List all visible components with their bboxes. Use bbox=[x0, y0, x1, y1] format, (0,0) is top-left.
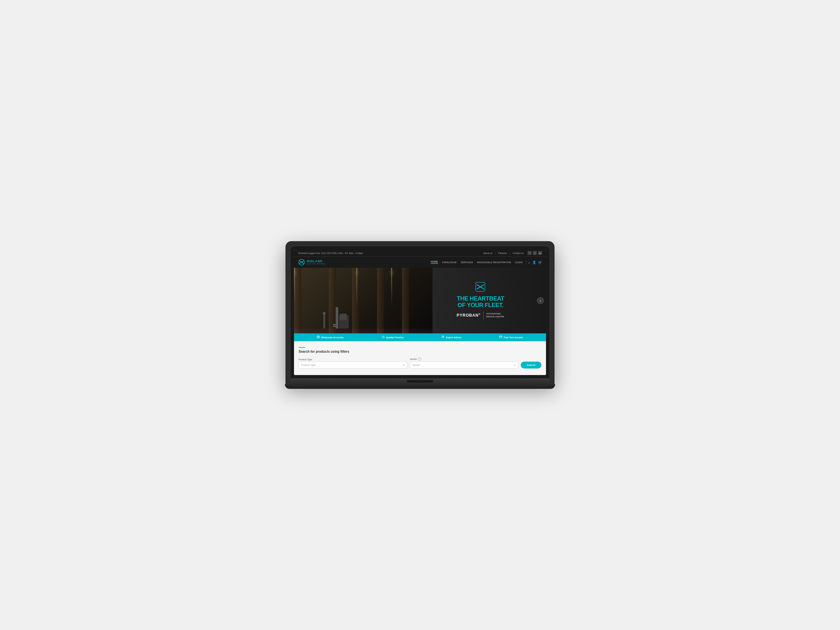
search-section: Search for products using filters Produc… bbox=[294, 341, 546, 375]
advice-icon bbox=[441, 335, 445, 339]
youtube-icon[interactable]: ▶ bbox=[538, 251, 542, 255]
hero-tagline: THE HEARTBEAT OF YOUR FLEET. bbox=[428, 296, 534, 309]
hero-next-arrow[interactable]: › bbox=[537, 297, 544, 304]
feature-quality-label: Quality Promise. bbox=[386, 336, 404, 339]
nav-wholesale[interactable]: WHOLESALE REGISTRATION bbox=[477, 261, 511, 264]
feature-turnaround: Fast Turn Around. bbox=[499, 335, 523, 339]
warehouse-bg bbox=[294, 268, 433, 333]
pyroban-logo: PYROBAN® bbox=[457, 313, 481, 317]
instagram-icon[interactable]: ◻ bbox=[533, 251, 537, 255]
search-button[interactable]: Search bbox=[521, 362, 542, 368]
feature-wholesale: Wholesale Accounts. bbox=[317, 335, 344, 339]
svg-point-2 bbox=[317, 336, 320, 338]
cart-icon[interactable]: 🛒 bbox=[538, 261, 542, 264]
turnaround-icon bbox=[499, 335, 502, 339]
search-section-title: Search for products using filters bbox=[298, 350, 542, 354]
svg-rect-6 bbox=[499, 336, 502, 338]
hero-section: THE HEARTBEAT OF YOUR FLEET. PYROBAN® AU… bbox=[294, 268, 546, 333]
laptop-notch bbox=[407, 380, 433, 382]
vendor-label-row: Vendor ? bbox=[410, 357, 518, 361]
laptop-hinge bbox=[291, 378, 549, 384]
logo-icon bbox=[298, 259, 305, 266]
wholesale-icon bbox=[317, 335, 320, 339]
feature-turnaround-label: Fast Turn Around. bbox=[504, 336, 523, 339]
laptop-base bbox=[285, 384, 555, 389]
account-icon[interactable]: 👤 bbox=[532, 261, 536, 264]
product-type-group: Product Type Product Type bbox=[298, 358, 407, 368]
quality-icon bbox=[382, 335, 385, 339]
feature-quality: Quality Promise. bbox=[382, 335, 404, 339]
section-accent bbox=[298, 347, 305, 348]
hero-brand-icon bbox=[428, 282, 534, 294]
product-type-select[interactable]: Product Type bbox=[298, 362, 407, 368]
feature-advice: Expert Advice. bbox=[441, 335, 462, 339]
laptop-body: Technical support line: 0121 525 5200 | … bbox=[286, 241, 554, 384]
logo[interactable]: MIDLAND ELECTRIC MOTORS bbox=[298, 259, 325, 266]
feature-bar: Wholesale Accounts. Quality Promise. Exp… bbox=[294, 333, 546, 341]
about-link[interactable]: About us bbox=[483, 252, 493, 254]
svg-point-3 bbox=[317, 336, 319, 338]
screen-bezel: Technical support line: 0121 525 5200 | … bbox=[291, 246, 549, 378]
logo-brand: MIDLAND bbox=[307, 259, 325, 263]
search-icon[interactable]: ⌕ bbox=[528, 261, 530, 264]
warehouse-scene bbox=[294, 268, 433, 333]
filter-row: Product Type Product Type Vendor ? bbox=[298, 357, 542, 368]
contact-link[interactable]: Contact us bbox=[513, 252, 524, 254]
site-header: MIDLAND ELECTRIC MOTORS HOME CATALOGUE S… bbox=[294, 256, 546, 268]
brand-divider bbox=[483, 311, 484, 319]
nav-catalogue[interactable]: CATALOGUE bbox=[442, 261, 457, 264]
partners-link[interactable]: Partners bbox=[498, 252, 507, 254]
hero-content: THE HEARTBEAT OF YOUR FLEET. PYROBAN® AU… bbox=[428, 282, 534, 319]
vendor-group: Vendor ? Vendor bbox=[410, 357, 518, 368]
vendor-select[interactable]: Vendor bbox=[410, 362, 518, 368]
support-text: Technical support line: 0121 525 5200 | … bbox=[298, 252, 363, 254]
logo-text: MIDLAND ELECTRIC MOTORS bbox=[307, 259, 325, 265]
feature-advice-label: Expert Advice. bbox=[446, 336, 462, 339]
forklift-silhouette bbox=[336, 305, 352, 328]
nav-home[interactable]: HOME bbox=[431, 261, 438, 264]
vendor-info-icon[interactable]: ? bbox=[418, 357, 421, 361]
main-nav: HOME CATALOGUE SERVICES WHOLESALE REGIST… bbox=[431, 261, 523, 264]
nav-login[interactable]: LOGIN bbox=[515, 261, 523, 264]
nav-services[interactable]: SERVICES bbox=[461, 261, 473, 264]
product-type-label: Product Type bbox=[298, 358, 407, 361]
social-icons: f ◻ ▶ bbox=[527, 251, 542, 255]
screen: Technical support line: 0121 525 5200 | … bbox=[294, 250, 546, 375]
authorised-text: AUTHORISED REPAIR CENTRE bbox=[486, 313, 504, 318]
vendor-label: Vendor bbox=[410, 358, 417, 360]
person-silhouette bbox=[322, 312, 327, 328]
hero-brand-row: PYROBAN® AUTHORISED REPAIR CENTRE bbox=[428, 311, 534, 319]
top-bar-right: About us | Partners | Contact us f ◻ ▶ bbox=[483, 251, 542, 255]
top-bar: Technical support line: 0121 525 5200 | … bbox=[294, 250, 546, 256]
facebook-icon[interactable]: f bbox=[527, 251, 532, 255]
logo-subtitle: ELECTRIC MOTORS bbox=[307, 263, 325, 265]
feature-wholesale-label: Wholesale Accounts. bbox=[321, 336, 344, 339]
nav-icons: ⌕ 👤 🛒 bbox=[526, 261, 542, 264]
laptop-container: Technical support line: 0121 525 5200 | … bbox=[286, 241, 554, 389]
